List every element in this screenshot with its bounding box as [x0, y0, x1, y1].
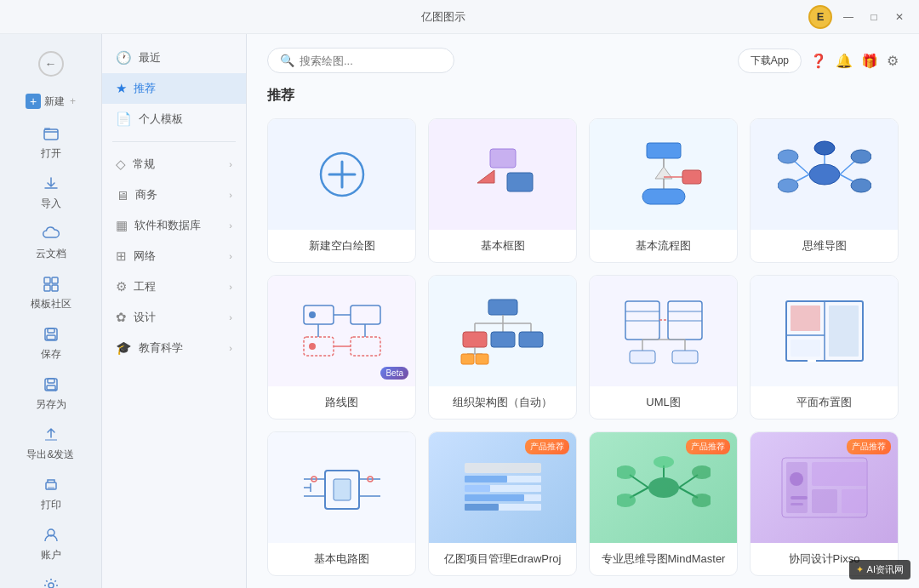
- sidebar-item-account[interactable]: 账户: [0, 519, 101, 569]
- nav-item-business-label: 商务: [135, 187, 157, 203]
- sidebar-item-options[interactable]: 选项: [0, 569, 101, 588]
- nav-item-education[interactable]: 🎓 教育科学 ›: [102, 333, 246, 363]
- svg-rect-2: [44, 277, 50, 283]
- nav-item-recommend[interactable]: ★ 推荐: [102, 73, 246, 104]
- sidebar-item-new-label: 新建: [44, 94, 65, 109]
- card-img-route: Beta: [268, 276, 415, 386]
- svg-rect-44: [351, 337, 380, 356]
- nav-item-personal[interactable]: 📄 个人模板: [102, 104, 246, 134]
- beta-badge: Beta: [380, 367, 408, 380]
- card-img-floor-plan: [751, 276, 898, 386]
- watermark-text: AI资讯网: [867, 563, 904, 576]
- nav-item-business[interactable]: 🖥 商务 ›: [102, 180, 246, 210]
- svg-rect-74: [630, 351, 655, 363]
- bell-icon[interactable]: 🔔: [836, 53, 853, 69]
- arrow-icon: ›: [229, 159, 232, 169]
- svg-rect-100: [465, 494, 524, 501]
- card-label-edrawproj: 亿图项目管理EdrawProj: [429, 543, 576, 575]
- template-card-mindmap[interactable]: 思维导图: [750, 118, 899, 263]
- minimize-button[interactable]: —: [839, 8, 858, 26]
- card-label-org-chart: 组织架构图（自动）: [429, 386, 576, 419]
- sidebar-item-saveas-label: 另存为: [36, 397, 66, 412]
- settings-icon[interactable]: ⚙: [887, 53, 899, 69]
- sidebar-item-import[interactable]: 导入: [0, 168, 101, 218]
- sidebar-item-save[interactable]: 保存: [0, 318, 101, 368]
- template-card-uml[interactable]: UML图: [589, 275, 738, 420]
- card-img-basic-flow: [590, 119, 737, 230]
- svg-point-36: [851, 150, 871, 163]
- personal-icon: 📄: [116, 111, 132, 127]
- nav-item-software[interactable]: ▦ 软件和数据库 ›: [102, 210, 246, 241]
- template-card-floor-plan[interactable]: 平面布置图: [750, 275, 899, 420]
- nav-item-network-label: 网络: [134, 248, 156, 264]
- sidebar-item-export[interactable]: 导出&发送: [0, 419, 101, 469]
- template-card-route[interactable]: Beta 路线图: [267, 275, 416, 420]
- template-card-basic-flow[interactable]: 基本流程图: [589, 118, 738, 263]
- template-card-circuit[interactable]: 基本电路图: [267, 431, 416, 576]
- sidebar-item-print-label: 打印: [41, 498, 61, 512]
- card-label-floor-plan: 平面布置图: [751, 386, 898, 419]
- sidebar-item-open[interactable]: 打开: [0, 117, 101, 168]
- svg-rect-57: [463, 332, 487, 347]
- new-plus-icon: +: [26, 94, 41, 109]
- nav-item-general[interactable]: ◇ 常规 ›: [102, 149, 246, 180]
- nav-item-general-label: 常规: [133, 157, 155, 172]
- svg-point-49: [309, 311, 316, 318]
- template-card-basic-frame[interactable]: 基本框图: [428, 118, 577, 263]
- template-card-mindmaster[interactable]: 产品推荐 专业思维导图MindMaster: [589, 431, 738, 576]
- product-badge-pixso: 产品推荐: [847, 439, 891, 454]
- back-button[interactable]: ←: [0, 43, 101, 85]
- nav-item-design-label: 设计: [134, 310, 156, 325]
- svg-rect-10: [48, 379, 54, 383]
- arrow-icon: ›: [229, 343, 232, 353]
- sidebar-item-cloud-label: 云文档: [36, 247, 66, 261]
- sidebar-item-cloud[interactable]: 云文档: [0, 218, 101, 268]
- sidebar-item-templates[interactable]: 模板社区: [0, 268, 101, 318]
- sidebar-item-saveas[interactable]: + 另存为: [0, 368, 101, 419]
- card-label-mindmap: 思维导图: [751, 230, 898, 262]
- search-icon: 🔍: [280, 54, 294, 67]
- template-card-org-chart[interactable]: 组织架构图（自动）: [428, 275, 577, 420]
- design-icon: ✿: [116, 310, 127, 325]
- card-img-new-blank: [268, 119, 415, 230]
- template-card-edrawproj[interactable]: 产品推荐 亿图项目管理EdrawProj: [428, 431, 577, 576]
- search-input[interactable]: [300, 54, 442, 67]
- save-icon: [42, 325, 60, 344]
- close-button[interactable]: ✕: [890, 8, 909, 26]
- svg-rect-41: [304, 305, 334, 324]
- sidebar-item-open-label: 打开: [41, 146, 61, 161]
- svg-point-119: [790, 472, 803, 486]
- svg-rect-29: [682, 170, 701, 184]
- nav-item-design[interactable]: ✿ 设计 ›: [102, 302, 246, 333]
- maximize-button[interactable]: □: [865, 8, 883, 26]
- nav-item-recent[interactable]: 🕐 最近: [102, 43, 246, 73]
- svg-line-35: [840, 160, 856, 174]
- search-box[interactable]: 🔍: [267, 48, 454, 73]
- user-avatar[interactable]: E: [808, 5, 832, 29]
- question-icon[interactable]: ❓: [810, 53, 827, 69]
- content-scroll: 推荐 新建空白绘图: [247, 87, 919, 588]
- template-card-new-blank[interactable]: 新建空白绘图: [267, 118, 416, 263]
- svg-marker-21: [477, 170, 494, 183]
- card-img-org-chart: [429, 276, 576, 386]
- sidebar-item-print[interactable]: 打印: [0, 469, 101, 519]
- card-label-basic-flow: 基本流程图: [590, 230, 737, 262]
- card-label-uml: UML图: [590, 386, 737, 419]
- arrow-icon: ›: [229, 282, 232, 292]
- recent-icon: 🕐: [116, 50, 132, 66]
- nav-item-network[interactable]: ⊞ 网络 ›: [102, 241, 246, 271]
- svg-point-50: [309, 343, 316, 350]
- nav-divider: [112, 141, 236, 142]
- svg-rect-5: [52, 285, 58, 291]
- header-actions: 下载App ❓ 🔔 🎁 ⚙: [738, 49, 899, 73]
- template-card-pixso[interactable]: 产品推荐 协同设计Pixso: [750, 431, 899, 576]
- svg-rect-102: [465, 504, 499, 511]
- download-app-button[interactable]: 下载App: [738, 49, 802, 73]
- sidebar-item-new[interactable]: + 新建 +: [0, 85, 101, 117]
- arrow-icon: ›: [229, 220, 232, 231]
- nav-item-engineering[interactable]: ⚙ 工程 ›: [102, 271, 246, 302]
- middle-nav: 🕐 最近 ★ 推荐 📄 个人模板 ◇ 常规 › 🖥 商务 › ▦ 软件和数据库 …: [102, 34, 247, 588]
- gift-icon[interactable]: 🎁: [861, 53, 878, 69]
- left-sidebar: ← + 新建 + 打开 导入 云文档: [0, 34, 102, 588]
- svg-rect-92: [334, 479, 351, 500]
